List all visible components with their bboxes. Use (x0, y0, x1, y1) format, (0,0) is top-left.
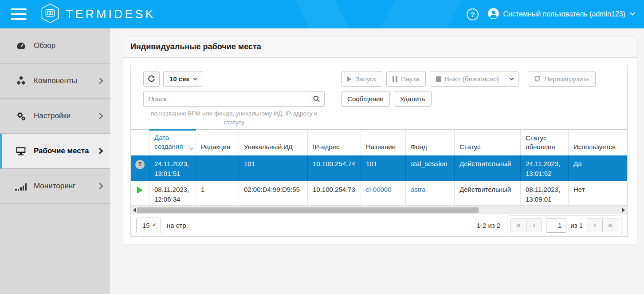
cell-ip: 10.100.254.73 (308, 181, 361, 205)
search-icon (313, 95, 320, 103)
search-button[interactable] (308, 91, 325, 107)
workplaces-panel: Индивидуальные рабочие места (123, 36, 637, 244)
horizontal-scrollbar[interactable] (131, 206, 627, 214)
scroll-right-arrow-icon[interactable] (621, 207, 626, 213)
panel-title: Индивидуальные рабочие места (130, 42, 630, 52)
page-size-dropdown[interactable]: 15 (136, 218, 161, 233)
first-page-button[interactable]: « (510, 219, 526, 232)
workplace-monitor-icon (15, 145, 27, 157)
workplaces-box: 10 сек по названию (130, 65, 628, 237)
search-hint: по названию ВРМ или фонда, уникальному И… (143, 109, 325, 127)
refresh-icon (148, 75, 155, 83)
cell-revision: 1 (196, 181, 239, 205)
delete-button[interactable]: Удалить (394, 91, 432, 107)
prev-page-button[interactable]: ‹ (526, 219, 542, 232)
per-page-label: на стр. (167, 222, 188, 229)
monitoring-bars-icon (15, 180, 27, 192)
cell-created: 24.11.2023, 13:01:51 (149, 155, 196, 181)
sidebar-item-settings[interactable]: Настройки (0, 99, 110, 134)
cell-status: Действительный (455, 181, 521, 205)
search-input[interactable] (143, 91, 308, 107)
user-label: Системный пользователь (admin123) (503, 10, 625, 18)
sidebar-item-label: Компоненты (34, 76, 98, 85)
cell-pool: stal_session (406, 155, 455, 181)
reboot-button[interactable]: Перезагрузить (528, 71, 596, 87)
sort-desc-icon (189, 146, 194, 150)
cell-unique-id: 02:00:D4:99:D9:55 (239, 181, 308, 205)
dashboard-icon (15, 40, 27, 52)
scrollbar-thumb[interactable] (137, 207, 479, 213)
next-page-button[interactable]: › (587, 219, 603, 232)
cell-ip: 10.100.254.74 (308, 155, 361, 181)
sidebar-item-label: Настройки (34, 111, 98, 120)
panel-header: Индивидуальные рабочие места (123, 36, 637, 58)
workplace-link[interactable]: cl-00000 (366, 186, 392, 193)
top-header: TERMIDESK ? Системный пользователь (admi… (0, 0, 644, 28)
refresh-button[interactable] (143, 71, 160, 87)
hamburger-menu-icon[interactable] (11, 8, 27, 20)
user-menu[interactable]: Системный пользователь (admin123) (487, 8, 634, 21)
main-content: Индивидуальные рабочие места Индивидуаль… (110, 0, 644, 294)
power-off-options-dropdown[interactable] (505, 71, 518, 87)
sidebar-item-monitoring[interactable]: Мониторинг (0, 169, 110, 204)
question-icon: ? (135, 160, 145, 169)
scroll-left-arrow-icon[interactable] (132, 207, 137, 213)
refresh-icon (534, 75, 541, 82)
play-icon (137, 187, 143, 194)
sidebar-item-label: Обзор (34, 41, 102, 50)
termidesk-logo-icon (41, 3, 59, 25)
components-cubes-icon (15, 75, 27, 87)
start-button[interactable]: Запуск (341, 71, 382, 87)
sidebar-item-workplaces[interactable]: Рабочие места (0, 134, 110, 169)
chevron-down-icon (630, 11, 635, 16)
column-header-status-updated[interactable]: Статус обновлен (521, 130, 569, 155)
cell-created: 08.11.2023, 12:06:34 (149, 181, 196, 205)
table-row[interactable]: 08.11.2023, 12:06:34 1 02:00:D4:99:D9:55… (131, 181, 627, 206)
stop-icon (436, 76, 441, 82)
workplaces-table: Дата создания Редакция Уникальный ИД IP-… (131, 129, 627, 206)
column-header-in-use[interactable]: Используется (569, 130, 628, 155)
brand-name: TERMIDESK (66, 8, 156, 21)
column-header-icon (131, 130, 149, 155)
chevron-right-icon (97, 78, 103, 84)
sidebar-item-label: Мониторинг (34, 182, 98, 191)
cell-revision (196, 155, 239, 181)
page-number-input[interactable] (546, 218, 566, 233)
table-row-selected[interactable]: ? 24.11.2023, 13:01:51 101 10.100.254.74… (131, 155, 627, 181)
pagination: « ‹ из 1 › » (507, 215, 622, 235)
chevron-down-icon (153, 223, 156, 226)
brand: TERMIDESK (41, 3, 156, 25)
sidebar-item-label: Рабочие места (34, 147, 98, 155)
toolbar: 10 сек по названию (131, 65, 627, 129)
cell-name: 101 (361, 155, 406, 181)
last-page-button[interactable]: » (602, 219, 618, 232)
settings-gears-icon (15, 110, 27, 122)
sidebar-item-overview[interactable]: Обзор (0, 28, 110, 64)
chevron-down-icon (510, 76, 514, 80)
total-pages-label: из 1 (570, 222, 583, 229)
help-icon[interactable]: ? (467, 8, 479, 20)
table-header-row: Дата создания Редакция Уникальный ИД IP-… (131, 130, 627, 155)
refresh-interval-dropdown[interactable]: 10 сек (163, 71, 203, 87)
pause-icon (393, 76, 397, 82)
chevron-down-icon (193, 76, 198, 80)
pool-link[interactable]: astra (411, 186, 425, 193)
column-header-status[interactable]: Статус (455, 130, 521, 155)
column-header-ip[interactable]: IP-адрес (308, 130, 361, 155)
column-header-revision[interactable]: Редакция (196, 130, 239, 155)
play-icon (347, 76, 352, 82)
pause-button[interactable]: Пауза (386, 71, 426, 87)
sidebar-item-components[interactable]: Компоненты (0, 64, 110, 99)
cell-status-updated: 24.11.2023, 13:01:52 (521, 155, 569, 181)
message-button[interactable]: Сообщение (341, 91, 390, 107)
chevron-right-icon (97, 113, 103, 119)
chevron-right-icon (97, 183, 103, 189)
column-header-name[interactable]: Название (361, 130, 406, 155)
column-header-unique-id[interactable]: Уникальный ИД (239, 130, 308, 155)
column-header-pool[interactable]: Фонд (406, 130, 455, 155)
column-header-created[interactable]: Дата создания (149, 129, 196, 155)
table-footer: 15 на стр. 1-2 из 2 « ‹ из 1 › (131, 214, 627, 236)
cell-in-use: Да (569, 155, 628, 181)
chevron-right-icon (97, 148, 103, 154)
power-off-button[interactable]: Выкл (безопасно) (430, 71, 506, 87)
